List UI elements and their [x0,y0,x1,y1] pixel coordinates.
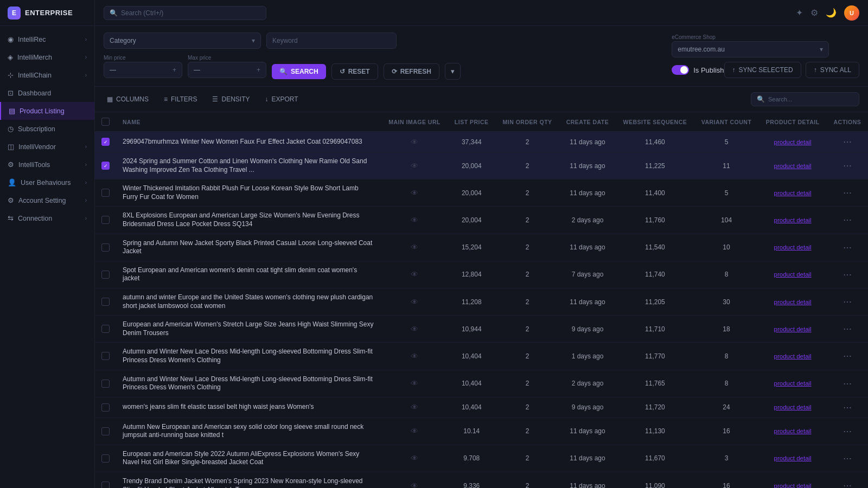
row-actions[interactable]: ⋯ [827,445,868,472]
product-detail-link[interactable]: product detail [774,299,812,305]
select-all-checkbox[interactable] [101,118,110,126]
row-image-eye[interactable]: 👁 [381,445,448,472]
row-checkbox[interactable] [101,216,110,224]
row-product-detail[interactable]: product detail [758,343,826,370]
more-actions-button[interactable]: ⋯ [841,481,854,488]
row-actions[interactable]: ⋯ [827,397,868,418]
row-image-eye[interactable]: 👁 [381,288,448,315]
sidebar-item-intellichain[interactable]: ⊹ IntelliChain › [0,66,94,84]
row-actions[interactable]: ⋯ [827,472,868,488]
row-checkbox[interactable] [101,243,110,252]
row-product-detail[interactable]: product detail [758,234,826,261]
eye-icon[interactable]: 👁 [411,325,418,333]
eye-icon[interactable]: 👁 [411,189,418,197]
more-actions-button[interactable]: ⋯ [841,403,854,412]
eye-icon[interactable]: 👁 [411,162,418,170]
sync-selected-button[interactable]: ↑ SYNC SELECTED [724,62,801,78]
row-actions[interactable]: ⋯ [827,261,868,288]
sidebar-item-intellitools[interactable]: ⚙ IntelliTools › [0,156,94,174]
eye-icon[interactable]: 👁 [411,427,418,435]
refresh-button[interactable]: ⟳ REFRESH [384,63,439,80]
eye-icon[interactable]: 👁 [411,379,418,388]
eye-icon[interactable]: 👁 [411,481,418,488]
row-product-detail[interactable]: product detail [758,397,826,418]
sidebar-item-intellivendor[interactable]: ◫ IntelliVendor › [0,138,94,156]
product-detail-link[interactable]: product detail [774,139,812,145]
columns-button[interactable]: ▦ COLUMNS [104,93,152,105]
row-actions[interactable]: ⋯ [827,288,868,315]
product-detail-link[interactable]: product detail [774,190,812,196]
topbar-search[interactable]: 🔍 Search (Ctrl+/) [104,6,266,20]
more-actions-button[interactable]: ⋯ [841,351,854,361]
product-detail-link[interactable]: product detail [774,428,812,434]
more-actions-button[interactable]: ⋯ [841,188,854,197]
product-detail-link[interactable]: product detail [774,483,812,488]
more-actions-button[interactable]: ⋯ [841,137,854,146]
more-filter-button[interactable]: ▾ [445,63,461,80]
row-checkbox[interactable] [101,454,110,463]
product-detail-link[interactable]: product detail [774,163,812,169]
row-image-eye[interactable]: 👁 [381,179,448,207]
row-actions[interactable]: ⋯ [827,418,868,445]
product-detail-link[interactable]: product detail [774,217,812,223]
table-search[interactable]: 🔍 Search... [751,92,859,106]
product-detail-link[interactable]: product detail [774,380,812,387]
eye-icon[interactable]: 👁 [411,298,418,306]
row-product-detail[interactable]: product detail [758,288,826,315]
row-image-eye[interactable]: 👁 [381,370,448,397]
min-price-input[interactable]: — + [104,62,182,78]
settings-icon[interactable]: ⚙ [810,8,818,18]
row-actions[interactable]: ⋯ [827,179,868,207]
row-image-eye[interactable]: 👁 [381,152,448,179]
row-product-detail[interactable]: product detail [758,179,826,207]
row-checkbox[interactable] [101,403,110,412]
sidebar-item-account-setting[interactable]: ⚙ Account Setting › [0,191,94,209]
row-image-eye[interactable]: 👁 [381,261,448,288]
eye-icon[interactable]: 👁 [411,216,418,224]
row-checkbox[interactable] [101,138,110,146]
more-actions-button[interactable]: ⋯ [841,297,854,306]
more-actions-button[interactable]: ⋯ [841,270,854,279]
row-product-detail[interactable]: product detail [758,152,826,179]
row-checkbox[interactable] [101,427,110,435]
more-actions-button[interactable]: ⋯ [841,324,854,333]
max-price-input[interactable]: — + [188,62,266,78]
row-checkbox[interactable] [101,298,110,306]
sync-all-button[interactable]: ↑ SYNC ALL [806,62,859,78]
row-product-detail[interactable]: product detail [758,472,826,488]
filters-button[interactable]: ≡ FILTERS [161,93,200,105]
row-actions[interactable]: ⋯ [827,316,868,343]
more-actions-button[interactable]: ⋯ [841,215,854,224]
category-select[interactable]: Category ▾ [104,33,261,49]
shop-select[interactable]: emutree.com.au ▾ [672,41,829,57]
eye-icon[interactable]: 👁 [411,243,418,252]
avatar[interactable]: U [844,5,859,21]
publish-toggle[interactable] [672,65,689,75]
row-actions[interactable]: ⋯ [827,132,868,152]
row-product-detail[interactable]: product detail [758,261,826,288]
row-image-eye[interactable]: 👁 [381,316,448,343]
eye-icon[interactable]: 👁 [411,403,418,412]
moon-icon[interactable]: 🌙 [826,8,837,18]
search-button[interactable]: 🔍 SEARCH [272,64,326,79]
row-image-eye[interactable]: 👁 [381,234,448,261]
more-actions-button[interactable]: ⋯ [841,243,854,252]
sidebar-item-user-behaviours[interactable]: 👤 User Behaviours › [0,174,94,191]
row-actions[interactable]: ⋯ [827,207,868,234]
eye-icon[interactable]: 👁 [411,352,418,361]
row-actions[interactable]: ⋯ [827,234,868,261]
sidebar-item-subscription[interactable]: ◷ Subscription [0,120,94,138]
row-image-eye[interactable]: 👁 [381,207,448,234]
more-actions-button[interactable]: ⋯ [841,161,854,170]
product-detail-link[interactable]: product detail [774,244,812,251]
eye-icon[interactable]: 👁 [411,138,418,146]
export-button[interactable]: ↓ EXPORT [262,93,302,105]
row-image-eye[interactable]: 👁 [381,472,448,488]
more-actions-button[interactable]: ⋯ [841,427,854,436]
product-detail-link[interactable]: product detail [774,271,812,278]
more-actions-button[interactable]: ⋯ [841,379,854,388]
row-actions[interactable]: ⋯ [827,152,868,179]
row-checkbox[interactable] [101,189,110,197]
keyword-input[interactable]: Keyword [266,33,397,49]
sparkle-icon[interactable]: ✦ [796,8,803,18]
